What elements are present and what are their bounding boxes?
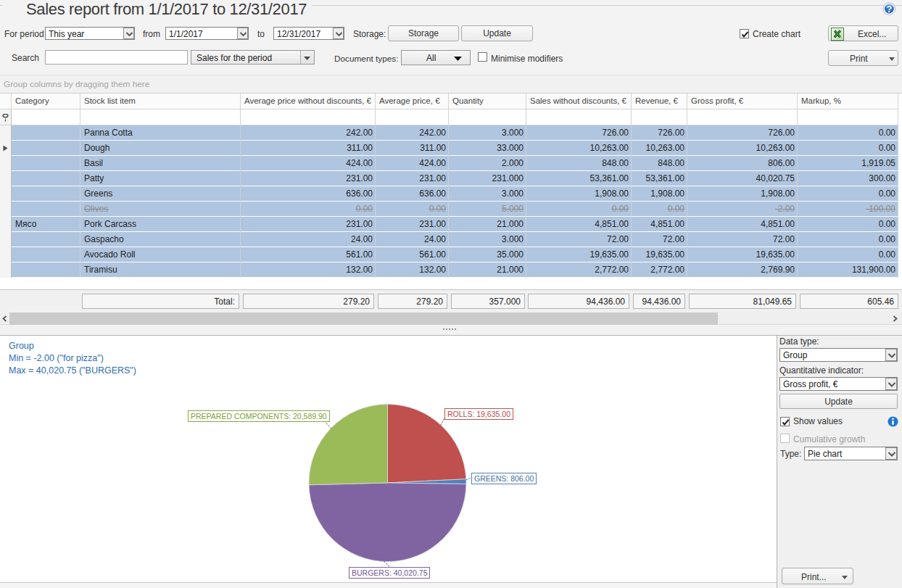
svg-text:?: ?	[887, 4, 893, 15]
